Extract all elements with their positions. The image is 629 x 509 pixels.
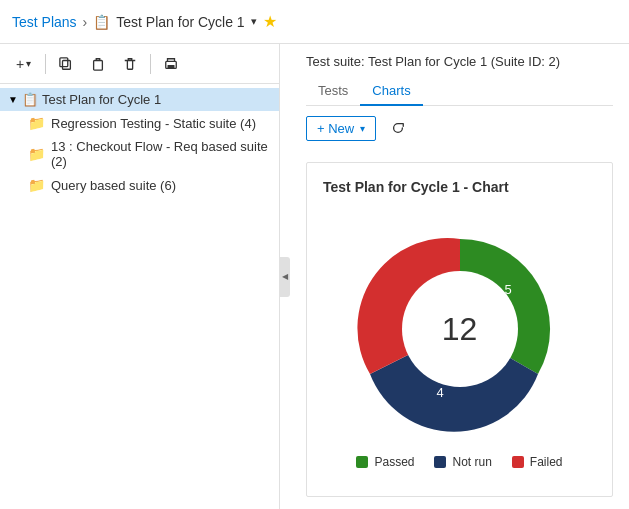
refresh-button[interactable] <box>384 114 412 142</box>
folder-icon: 📁 <box>28 146 45 162</box>
list-item[interactable]: 📁 Query based suite (6) <box>0 173 279 197</box>
legend-label-failed: Failed <box>530 455 563 469</box>
tree-root-label: Test Plan for Cycle 1 <box>42 92 161 107</box>
tree-item-label-0: Regression Testing - Static suite (4) <box>51 116 256 131</box>
tree-collapse-icon: ▼ <box>8 94 18 105</box>
legend-swatch-notrun <box>434 456 446 468</box>
favorite-star-icon[interactable]: ★ <box>263 12 277 31</box>
copy-button[interactable] <box>52 50 80 78</box>
plan-icon: 📋 <box>93 14 110 30</box>
add-icon: + <box>16 56 24 72</box>
svg-rect-4 <box>168 64 175 68</box>
chart-card: Test Plan for Cycle 1 - Chart <box>306 162 613 497</box>
folder-icon: 📁 <box>28 177 45 193</box>
legend-label-notrun: Not run <box>452 455 491 469</box>
suite-header: Test suite: Test Plan for Cycle 1 (Suite… <box>290 44 629 106</box>
donut-chart: 5 4 3 12 <box>350 219 570 439</box>
main-content: + ▾ <box>0 44 629 509</box>
chart-container: 5 4 3 12 Passed <box>323 207 596 480</box>
list-item[interactable]: 📁 13 : Checkout Flow - Req based suite (… <box>0 135 279 173</box>
svg-rect-2 <box>94 60 103 70</box>
tree-item-label-2: Query based suite (6) <box>51 178 176 193</box>
new-button[interactable]: + New ▾ <box>306 116 376 141</box>
title-dropdown-arrow[interactable]: ▾ <box>251 15 257 28</box>
breadcrumb-link[interactable]: Test Plans <box>12 14 77 30</box>
add-arrow-icon: ▾ <box>26 58 31 69</box>
left-toolbar: + ▾ <box>0 44 279 84</box>
svg-rect-1 <box>60 57 68 66</box>
chart-area: Test Plan for Cycle 1 - Chart <box>290 150 629 509</box>
legend-swatch-failed <box>512 456 524 468</box>
chart-toolbar: + New ▾ <box>290 106 629 150</box>
list-item[interactable]: 📁 Regression Testing - Static suite (4) <box>0 111 279 135</box>
svg-text:3: 3 <box>418 285 425 300</box>
legend-item-failed: Failed <box>512 455 563 469</box>
legend-item-passed: Passed <box>356 455 414 469</box>
tree-root-item[interactable]: ▼ 📋 Test Plan for Cycle 1 <box>0 88 279 111</box>
svg-text:4: 4 <box>436 385 443 400</box>
svg-text:5: 5 <box>504 282 511 297</box>
tree-item-label-1: 13 : Checkout Flow - Req based suite (2) <box>51 139 271 169</box>
paste-button[interactable] <box>84 50 112 78</box>
donut-svg: 5 4 3 <box>350 219 570 439</box>
tabs-bar: Tests Charts <box>306 77 613 106</box>
page-title: Test Plan for Cycle 1 <box>116 14 244 30</box>
folder-icon: 📁 <box>28 115 45 131</box>
header-bar: Test Plans › 📋 Test Plan for Cycle 1 ▾ ★ <box>0 0 629 44</box>
chart-title: Test Plan for Cycle 1 - Chart <box>323 179 596 195</box>
legend-label-passed: Passed <box>374 455 414 469</box>
tab-tests[interactable]: Tests <box>306 77 360 106</box>
right-panel: Test suite: Test Plan for Cycle 1 (Suite… <box>290 44 629 509</box>
print-button[interactable] <box>157 50 185 78</box>
new-dropdown-arrow-icon: ▾ <box>358 123 365 134</box>
delete-button[interactable] <box>116 50 144 78</box>
new-button-label: + New <box>317 121 354 136</box>
tree-area: ▼ 📋 Test Plan for Cycle 1 📁 Regression T… <box>0 84 279 509</box>
chart-legend: Passed Not run Failed <box>356 455 562 469</box>
tree-root-icon: 📋 <box>22 92 38 107</box>
tab-charts[interactable]: Charts <box>360 77 422 106</box>
svg-rect-0 <box>63 60 71 69</box>
toolbar-divider-1 <box>45 54 46 74</box>
left-panel: + ▾ <box>0 44 280 509</box>
legend-swatch-passed <box>356 456 368 468</box>
breadcrumb-sep: › <box>83 14 88 30</box>
suite-title: Test suite: Test Plan for Cycle 1 (Suite… <box>306 54 560 69</box>
collapse-chevron-icon: ◀ <box>282 272 288 281</box>
legend-item-notrun: Not run <box>434 455 491 469</box>
toolbar-divider-2 <box>150 54 151 74</box>
panel-collapse-handle[interactable]: ◀ <box>280 257 290 297</box>
add-button[interactable]: + ▾ <box>8 50 39 78</box>
